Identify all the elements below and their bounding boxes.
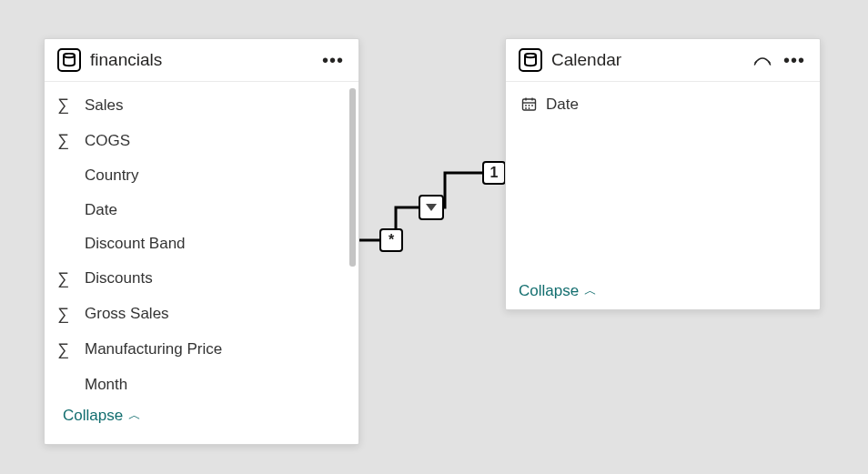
svg-point-9: [525, 105, 527, 106]
table-title: financials: [90, 50, 311, 70]
calendar-icon: [519, 96, 539, 112]
collapse-button[interactable]: Collapse ︿: [45, 401, 358, 434]
table-header: Calendar •••: [506, 39, 820, 82]
field-row-cogs[interactable]: ∑ COGS: [45, 123, 358, 158]
table-title: Calendar: [551, 50, 743, 70]
hidden-eye-icon[interactable]: [752, 50, 772, 70]
chevron-up-icon: ︿: [584, 283, 597, 299]
field-row-sales[interactable]: ∑ Sales: [45, 87, 358, 123]
table-icon: [57, 48, 81, 72]
field-label: COGS: [85, 129, 130, 153]
cardinality-many-label: *: [389, 232, 394, 248]
cardinality-one-box[interactable]: 1: [482, 161, 506, 185]
field-label: Sales: [85, 94, 124, 117]
table-header: financials •••: [45, 39, 358, 82]
cardinality-many-box[interactable]: *: [379, 228, 403, 252]
field-row-month[interactable]: Month: [45, 368, 358, 402]
financials-field-list[interactable]: ∑ Sales ∑ COGS Country Date Discount Ban…: [45, 82, 358, 444]
model-canvas[interactable]: * 1 financials ••• ∑ Sales ∑: [0, 0, 868, 474]
scrollbar[interactable]: [349, 88, 356, 267]
table-card-financials[interactable]: financials ••• ∑ Sales ∑ COGS Country Da…: [44, 38, 359, 445]
field-row-manufacturing-price[interactable]: ∑ Manufacturing Price: [45, 332, 358, 368]
field-label: Date: [85, 198, 117, 222]
svg-point-2: [525, 54, 536, 58]
svg-point-12: [525, 107, 527, 109]
field-label: Date: [546, 93, 579, 116]
field-label: Month: [85, 373, 127, 397]
collapse-label: Collapse: [519, 282, 579, 300]
more-options-button[interactable]: •••: [320, 50, 346, 71]
sigma-icon: ∑: [57, 267, 77, 291]
sigma-icon: ∑: [57, 338, 77, 362]
field-label: Discounts: [85, 267, 153, 290]
field-label: Country: [85, 164, 139, 187]
field-row-gross-sales[interactable]: ∑ Gross Sales: [45, 297, 358, 332]
field-row-discounts[interactable]: ∑ Discounts: [45, 261, 358, 297]
table-icon: [519, 48, 542, 72]
field-label: Manufacturing Price: [85, 338, 222, 361]
svg-marker-0: [426, 204, 437, 211]
filter-direction-box[interactable]: [419, 195, 444, 220]
cardinality-one-label: 1: [490, 165, 499, 181]
svg-point-13: [528, 107, 530, 109]
collapse-label: Collapse: [63, 407, 123, 425]
more-options-button[interactable]: •••: [782, 50, 807, 71]
field-row-calendar-date[interactable]: Date: [506, 87, 820, 122]
svg-point-1: [64, 54, 75, 58]
field-row-discount-band[interactable]: Discount Band: [45, 227, 358, 261]
calendar-field-list[interactable]: Date: [506, 82, 820, 277]
field-row-country[interactable]: Country: [45, 158, 358, 193]
table-card-calendar[interactable]: Calendar •••: [505, 38, 821, 310]
chevron-up-icon: ︿: [128, 408, 141, 424]
sigma-icon: ∑: [57, 302, 77, 327]
sigma-icon: ∑: [57, 128, 77, 153]
field-row-date[interactable]: Date: [45, 193, 358, 227]
field-label: Discount Band: [85, 232, 186, 256]
collapse-button[interactable]: Collapse ︿: [506, 277, 820, 309]
svg-point-11: [531, 105, 533, 106]
svg-point-10: [528, 105, 530, 106]
field-label: Gross Sales: [85, 302, 169, 326]
sigma-icon: ∑: [57, 93, 77, 117]
chevron-down-icon: [425, 201, 438, 214]
